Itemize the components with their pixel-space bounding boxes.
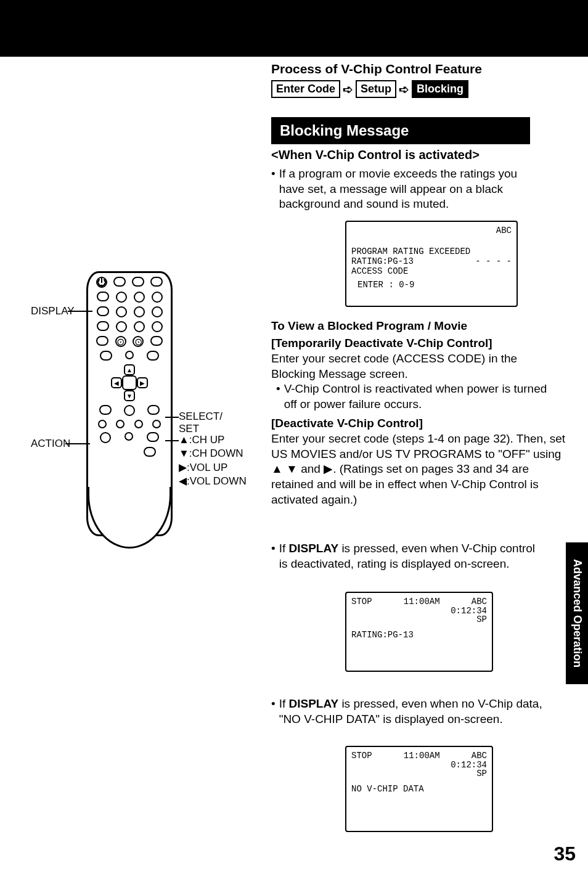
remote-btn — [116, 292, 127, 303]
remote-btn — [144, 447, 156, 457]
temp-p1: Enter your secret code (ACCESS CODE) in … — [271, 351, 549, 382]
remote-btn — [116, 321, 127, 332]
screen1-rating: RATING:PG-13 — [351, 256, 414, 266]
screen3-stop: STOP — [351, 751, 372, 761]
screen-mock-blocking: ABC PROGRAM RATING EXCEEDED RATING:PG-13… — [345, 221, 518, 307]
label-action: ACTION — [31, 438, 70, 450]
process-title: Process of V-Chip Control Feature — [271, 62, 482, 76]
remote-btn — [116, 420, 125, 428]
deactivate-title: [Deactivate V-Chip Control] — [271, 417, 423, 430]
temp-deactivate-title: [Temporarily Deactivate V-Chip Control] — [271, 337, 492, 350]
remote-btn — [152, 292, 163, 303]
remote-btn — [97, 306, 109, 316]
screen2-time: 11:00AM — [404, 597, 440, 606]
flow-step-blocking: Blocking — [412, 80, 468, 98]
side-tab-advanced-operation: Advanced Operation — [566, 542, 588, 684]
remote-btn — [134, 420, 143, 428]
screen1-access: ACCESS CODE — [351, 266, 414, 276]
remote-btn-action — [99, 405, 112, 415]
process-flow: Enter Code ➪ Setup ➪ Blocking — [271, 80, 468, 98]
disp2-bold: DISPLAY — [289, 697, 339, 710]
screen1-enter: ENTER : 0-9 — [357, 280, 512, 290]
temp-p2: V-Chip Control is reactivated when power… — [284, 382, 549, 412]
screen1-channel: ABC — [351, 226, 512, 235]
remote-btn — [124, 405, 135, 416]
screen3-sp: SP — [351, 769, 487, 778]
remote-btn-display — [97, 292, 109, 301]
remote-btn — [113, 277, 126, 287]
flow-step-setup: Setup — [356, 80, 396, 98]
screen3-novchip: NO V-CHIP DATA — [351, 784, 487, 794]
arrow-icon: ➪ — [399, 82, 409, 97]
remote-btn — [150, 277, 163, 287]
remote-btn — [125, 432, 133, 441]
section-header-blocking-message: Blocking Message — [271, 117, 530, 144]
remote-btn — [97, 321, 109, 331]
label-vol-down: ◀:VOL DOWN — [179, 475, 247, 488]
leader-line — [68, 311, 92, 312]
remote-btn — [134, 306, 145, 317]
screen2-sp: SP — [351, 615, 487, 624]
remote-btn — [100, 351, 112, 361]
remote-btn — [147, 405, 160, 415]
remote-btn — [98, 420, 107, 428]
dpad-select — [122, 375, 137, 390]
remote-illustration: ⏻ ⊙ ⊙ — [31, 265, 259, 561]
remote-btn: ⊙ — [115, 336, 126, 347]
disp1-pre: If — [279, 542, 289, 555]
dpad-up-icon: ▲ — [124, 364, 135, 375]
remote-btn — [100, 432, 111, 443]
remote-btn — [96, 336, 108, 346]
remote-btn — [134, 321, 145, 332]
disp1-bold: DISPLAY — [289, 542, 339, 555]
screen3-channel: ABC — [472, 751, 487, 761]
display-note-1: • If DISPLAY is pressed, even when V-Chi… — [271, 541, 542, 571]
page-number: 35 — [553, 843, 576, 865]
remote-btn — [147, 432, 159, 442]
screen3-counter: 0:12:34 — [351, 761, 487, 769]
screen3-time: 11:00AM — [404, 751, 440, 761]
remote-btn — [134, 292, 145, 303]
display-note-2: • If DISPLAY is pressed, even when no V-… — [271, 696, 542, 727]
screen2-counter: 0:12:34 — [351, 606, 487, 615]
screen2-channel: ABC — [472, 597, 487, 606]
remote-btn — [132, 277, 144, 287]
view-blocked-title: To View a Blocked Program / Movie — [271, 319, 467, 333]
when-activated-heading: <When V-Chip Control is activated> — [271, 148, 480, 162]
remote-btn — [152, 420, 161, 428]
deactivate-para: Enter your secret code (steps 1-4 on pag… — [271, 431, 567, 507]
screen-mock-rating: STOP 11:00AM ABC 0:12:34 SP RATING:PG-13 — [345, 592, 493, 672]
flow-step-enter-code: Enter Code — [271, 80, 340, 98]
remote-btn — [125, 351, 134, 359]
screen-mock-nodata: STOP 11:00AM ABC 0:12:34 SP NO V-CHIP DA… — [345, 746, 493, 832]
remote-btn — [152, 321, 163, 332]
remote-btn — [152, 306, 163, 317]
remote-btn — [116, 306, 127, 317]
remote-btn — [147, 351, 159, 361]
leader-line — [65, 443, 90, 444]
label-select-set: SELECT/ SET — [179, 410, 223, 435]
remote-curve — [88, 487, 171, 549]
activated-paragraph: •If a program or movie exceeds the ratin… — [271, 166, 542, 212]
dpad-down-icon: ▼ — [124, 390, 135, 401]
dpad-right-icon: ▶ — [137, 377, 148, 388]
dpad-left-icon: ◀ — [111, 377, 122, 388]
leader-line — [165, 417, 179, 418]
disp2-pre: If — [279, 697, 289, 710]
arrow-icon: ➪ — [343, 82, 353, 97]
label-ch-down: ▼:CH DOWN — [179, 447, 243, 460]
remote-btn: ⊙ — [133, 336, 144, 347]
remote-btn-power: ⏻ — [96, 277, 107, 288]
label-ch-up: ▲:CH UP — [179, 434, 224, 446]
remote-btn — [150, 336, 163, 346]
remote-dpad: ▲ ▼ ◀ ▶ — [111, 364, 148, 401]
temp-deactivate-para: Enter your secret code (ACCESS CODE) in … — [271, 351, 549, 412]
label-vol-up: ▶:VOL UP — [179, 461, 227, 474]
screen2-rating: RATING:PG-13 — [351, 630, 487, 640]
screen2-stop: STOP — [351, 597, 372, 606]
top-black-bar — [0, 0, 588, 57]
activated-text: If a program or movie exceeds the rating… — [279, 166, 542, 212]
screen1-dashes: - - - - — [475, 256, 512, 276]
screen1-exceeded: PROGRAM RATING EXCEEDED — [351, 247, 512, 256]
leader-line — [165, 440, 179, 441]
